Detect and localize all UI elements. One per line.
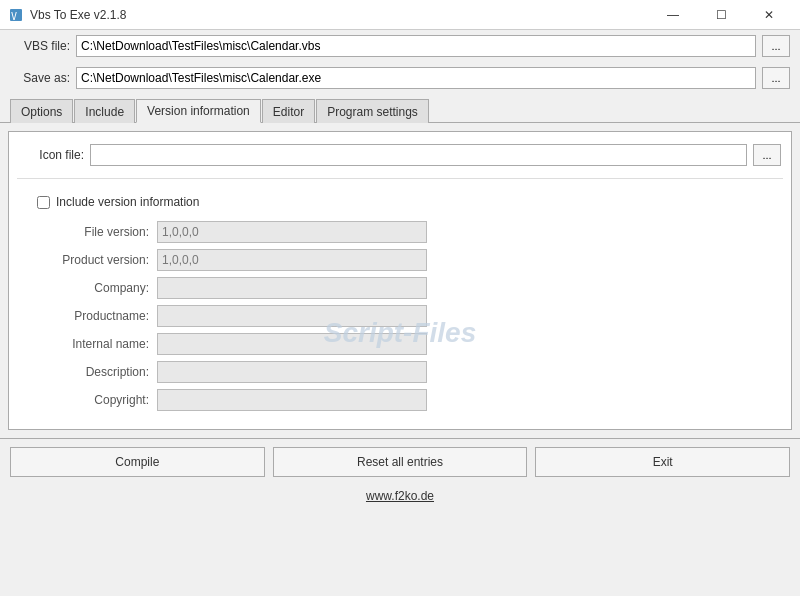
internal-name-label: Internal name: [37, 337, 157, 351]
title-bar: V Vbs To Exe v2.1.8 — ☐ ✕ [0, 0, 800, 30]
compile-button[interactable]: Compile [10, 447, 265, 477]
tabs-container: Options Include Version information Edit… [0, 94, 800, 123]
vbs-file-input[interactable] [76, 35, 756, 57]
company-input[interactable] [157, 277, 427, 299]
description-input[interactable] [157, 361, 427, 383]
file-version-input[interactable] [157, 221, 427, 243]
copyright-row: Copyright: [17, 389, 783, 411]
app-title: Vbs To Exe v2.1.8 [30, 8, 127, 22]
tab-version-information[interactable]: Version information [136, 99, 261, 123]
save-as-row: Save as: ... [0, 62, 800, 94]
vbs-file-label: VBS file: [10, 39, 70, 53]
icon-file-label: Icon file: [19, 148, 84, 162]
save-as-input[interactable] [76, 67, 756, 89]
file-version-label: File version: [37, 225, 157, 239]
icon-file-input[interactable] [90, 144, 747, 166]
copyright-input[interactable] [157, 389, 427, 411]
save-as-browse-button[interactable]: ... [762, 67, 790, 89]
footer: www.f2ko.de [0, 485, 800, 507]
tab-options[interactable]: Options [10, 99, 73, 123]
productname-label: Productname: [37, 309, 157, 323]
vbs-browse-button[interactable]: ... [762, 35, 790, 57]
include-version-label: Include version information [56, 195, 199, 209]
vbs-file-row: VBS file: ... [0, 30, 800, 62]
internal-name-row: Internal name: [17, 333, 783, 355]
file-version-row: File version: [17, 221, 783, 243]
icon-browse-button[interactable]: ... [753, 144, 781, 166]
description-label: Description: [37, 365, 157, 379]
reset-all-button[interactable]: Reset all entries [273, 447, 528, 477]
icon-file-row: Icon file: ... [17, 140, 783, 170]
productname-input[interactable] [157, 305, 427, 327]
minimize-button[interactable]: — [650, 0, 696, 30]
include-version-checkbox[interactable] [37, 196, 50, 209]
product-version-row: Product version: [17, 249, 783, 271]
internal-name-input[interactable] [157, 333, 427, 355]
tab-editor[interactable]: Editor [262, 99, 315, 123]
tab-include[interactable]: Include [74, 99, 135, 123]
inner-panel: Icon file: ... Include version informati… [8, 131, 792, 430]
content-panel: Icon file: ... Include version informati… [0, 123, 800, 438]
product-version-input[interactable] [157, 249, 427, 271]
company-label: Company: [37, 281, 157, 295]
footer-link[interactable]: www.f2ko.de [366, 489, 434, 503]
tab-program-settings[interactable]: Program settings [316, 99, 429, 123]
copyright-label: Copyright: [37, 393, 157, 407]
include-version-row: Include version information [17, 187, 783, 217]
app-icon: V [8, 7, 24, 23]
company-row: Company: [17, 277, 783, 299]
product-version-label: Product version: [37, 253, 157, 267]
title-bar-left: V Vbs To Exe v2.1.8 [8, 7, 127, 23]
divider [17, 178, 783, 179]
svg-text:V: V [11, 11, 17, 22]
productname-row: Productname: [17, 305, 783, 327]
exit-button[interactable]: Exit [535, 447, 790, 477]
maximize-button[interactable]: ☐ [698, 0, 744, 30]
close-button[interactable]: ✕ [746, 0, 792, 30]
title-bar-controls: — ☐ ✕ [650, 0, 792, 30]
form-fields: File version: Product version: Company: … [17, 217, 783, 421]
description-row: Description: [17, 361, 783, 383]
save-as-label: Save as: [10, 71, 70, 85]
bottom-bar: Compile Reset all entries Exit [0, 438, 800, 485]
